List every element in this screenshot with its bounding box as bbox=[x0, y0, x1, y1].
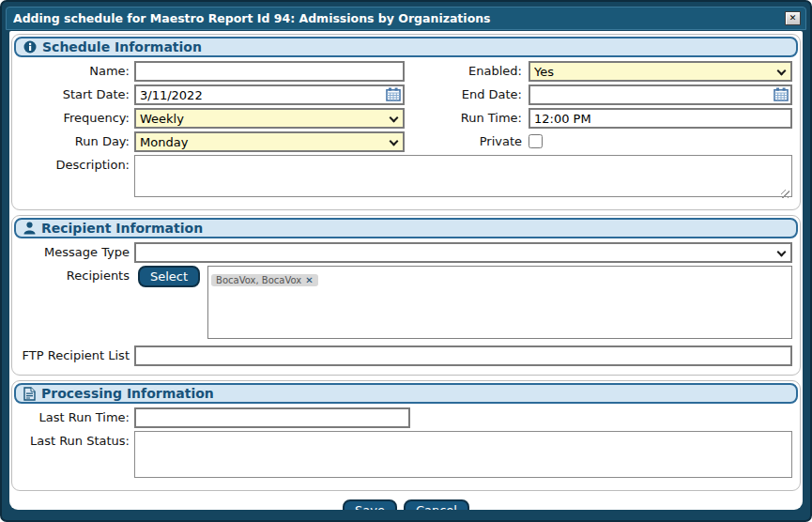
end-date-label: End Date: bbox=[405, 84, 529, 101]
add-schedule-dialog: Adding schedule for Maestro Report Id 94… bbox=[0, 0, 812, 522]
start-date-label: Start Date: bbox=[14, 84, 134, 101]
last-run-status-textarea[interactable] bbox=[134, 431, 792, 478]
last-run-status-label: Last Run Status: bbox=[14, 431, 134, 448]
remove-tag-icon[interactable]: ✕ bbox=[305, 275, 313, 285]
close-icon[interactable]: ✕ bbox=[785, 11, 801, 25]
recipient-tag-label: BocaVox, BocaVox bbox=[216, 275, 301, 285]
schedule-section-title: Schedule Information bbox=[42, 39, 202, 54]
form-row: Message Type bbox=[14, 242, 798, 263]
message-type-select[interactable] bbox=[134, 242, 792, 263]
recipient-section-title: Recipient Information bbox=[41, 221, 203, 236]
recipients-label: Recipients bbox=[14, 266, 134, 283]
message-type-label: Message Type bbox=[14, 242, 134, 259]
form-row: Description: bbox=[14, 155, 798, 201]
cancel-button[interactable]: Cancel bbox=[404, 499, 469, 510]
name-label: Name: bbox=[14, 61, 134, 78]
schedule-section: Schedule Information Name: Enabled: Yes … bbox=[11, 34, 801, 210]
form-row: FTP Recipient List bbox=[14, 345, 798, 366]
dialog-title: Adding schedule for Maestro Report Id 94… bbox=[13, 11, 785, 25]
save-button[interactable]: Save bbox=[343, 499, 397, 510]
private-label: Private bbox=[405, 131, 529, 148]
document-icon bbox=[23, 387, 36, 401]
start-date-input[interactable] bbox=[134, 84, 405, 105]
processing-section-title: Processing Information bbox=[41, 386, 214, 401]
select-recipients-button[interactable]: Select bbox=[138, 266, 200, 287]
private-checkbox[interactable] bbox=[529, 134, 543, 148]
recipients-box: BocaVox, BocaVox ✕ bbox=[207, 266, 792, 339]
processing-section-header: Processing Information bbox=[14, 383, 798, 404]
dialog-body: Schedule Information Name: Enabled: Yes … bbox=[9, 31, 803, 510]
dialog-titlebar: Adding schedule for Maestro Report Id 94… bbox=[6, 7, 806, 30]
run-time-label: Run Time: bbox=[405, 108, 529, 125]
dialog-footer: Save Cancel bbox=[11, 496, 801, 510]
frequency-select[interactable]: Weekly bbox=[134, 108, 405, 129]
recipient-section-header: Recipient Information bbox=[14, 218, 798, 238]
info-icon bbox=[23, 40, 37, 54]
run-time-input[interactable] bbox=[529, 108, 792, 129]
frequency-label: Frequency: bbox=[14, 108, 134, 125]
ftp-recipient-list-label: FTP Recipient List bbox=[14, 345, 134, 362]
enabled-select[interactable]: Yes bbox=[529, 61, 792, 82]
name-input[interactable] bbox=[134, 61, 405, 82]
run-day-select[interactable]: Monday bbox=[134, 131, 405, 152]
form-row: Frequency: Weekly Run Time: bbox=[14, 108, 798, 129]
ftp-recipient-list-input[interactable] bbox=[134, 345, 792, 366]
run-day-label: Run Day: bbox=[14, 131, 134, 148]
form-row: Last Run Status: bbox=[14, 431, 798, 482]
recipient-section: Recipient Information Message Type Recip… bbox=[11, 215, 801, 376]
description-textarea[interactable] bbox=[134, 155, 792, 197]
enabled-label: Enabled: bbox=[405, 61, 529, 78]
schedule-section-header: Schedule Information bbox=[14, 37, 798, 57]
form-row: Recipients Select BocaVox, BocaVox ✕ bbox=[14, 266, 798, 339]
last-run-time-input[interactable] bbox=[134, 407, 410, 428]
end-date-input[interactable] bbox=[529, 84, 792, 105]
recipient-tag: BocaVox, BocaVox ✕ bbox=[211, 274, 318, 286]
last-run-time-label: Last Run Time: bbox=[14, 407, 134, 424]
user-icon bbox=[23, 222, 36, 235]
calendar-icon[interactable] bbox=[386, 87, 401, 101]
processing-section: Processing Information Last Run Time: La… bbox=[11, 380, 801, 491]
form-row: Name: Enabled: Yes bbox=[14, 61, 798, 82]
form-row: Last Run Time: bbox=[14, 407, 798, 428]
description-label: Description: bbox=[14, 155, 134, 172]
form-row: Start Date: End Date: bbox=[14, 84, 798, 105]
calendar-icon[interactable] bbox=[774, 87, 789, 101]
form-row: Run Day: Monday Private bbox=[14, 131, 798, 152]
